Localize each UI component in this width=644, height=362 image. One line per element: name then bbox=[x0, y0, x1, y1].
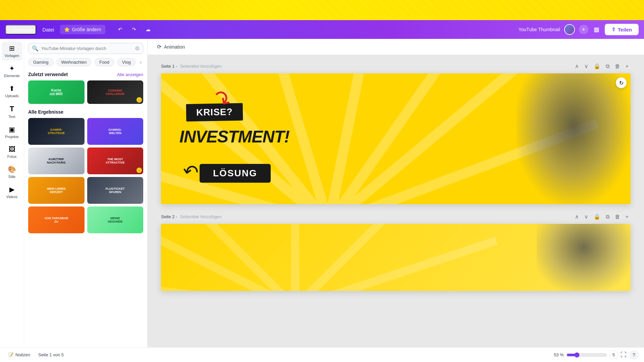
vorlagen-label: Vorlagen bbox=[5, 54, 19, 58]
page-1-title[interactable]: Seitentitel hinzufügen bbox=[180, 64, 221, 69]
filter-tags: Gaming Weihnachten Food Vlog › bbox=[28, 58, 143, 66]
back-icon: ‹ bbox=[9, 27, 10, 33]
sidebar-item-text[interactable]: T Text bbox=[2, 102, 22, 121]
bottom-bar: 📝 Notizen Seite 1 von 5 53 % 5 ⛶ ? bbox=[0, 347, 644, 362]
animation-button[interactable]: ⟳ Animation bbox=[153, 42, 189, 52]
main-layout: ⊞ Vorlagen ✦ Elemente ⬆ Uploads T Text ▣… bbox=[0, 39, 644, 362]
svg-line-9 bbox=[161, 224, 295, 291]
sidebar-item-videos[interactable]: ▶ Videos bbox=[2, 183, 22, 201]
filter-more-button[interactable]: › bbox=[139, 58, 143, 66]
vorlagen-icon: ⊞ bbox=[9, 44, 15, 52]
file-button[interactable]: Datei bbox=[39, 25, 57, 35]
share-button[interactable]: ⇧ Teilen bbox=[605, 24, 639, 35]
undo-button[interactable]: ↶ bbox=[115, 24, 126, 35]
page-2-header: Seite 2 - Seitentitel hinzufügen ∧ ∨ 🔒 ⧉… bbox=[161, 212, 631, 221]
filter-tag-vlog[interactable]: Vlog bbox=[117, 58, 136, 66]
recent-templates: Kochemit MIR! COOKINGCHALLENGE 👑 › bbox=[28, 80, 143, 104]
hide-panel-button[interactable]: ‹ bbox=[145, 194, 147, 207]
canvas-scroll: Seite 1 - Seitentitel hinzufügen ∧ ∨ 🔒 ⧉… bbox=[148, 55, 644, 298]
canvas-frame-2[interactable] bbox=[161, 224, 631, 291]
sidebar: ⊞ Vorlagen ✦ Elemente ⬆ Uploads T Text ▣… bbox=[0, 39, 148, 362]
help-button[interactable]: ? bbox=[629, 350, 639, 360]
fullscreen-button[interactable]: ⛶ bbox=[621, 351, 627, 358]
toolbar-left: ‹ Startseite Datei ⭐ Größe ändern bbox=[5, 25, 105, 35]
sidebar-icon-strip: ⊞ Vorlagen ✦ Elemente ⬆ Uploads T Text ▣… bbox=[0, 39, 24, 362]
page-2-controls: ∧ ∨ 🔒 ⧉ 🗑 + bbox=[573, 212, 631, 221]
page-1-up[interactable]: ∧ bbox=[573, 62, 581, 71]
page-2-up[interactable]: ∧ bbox=[573, 212, 581, 221]
notes-label: Notizen bbox=[15, 352, 30, 357]
redo-button[interactable]: ↷ bbox=[128, 24, 140, 35]
stats-button[interactable]: ▩ bbox=[592, 24, 601, 35]
page-2-down[interactable]: ∨ bbox=[582, 212, 590, 221]
grid-thumb-gesunde[interactable]: MEINEGESUNDE bbox=[87, 206, 144, 233]
size-change-button[interactable]: ⭐ Größe ändern bbox=[60, 25, 105, 34]
sidebar-item-uploads[interactable]: ⬆ Uploads bbox=[2, 82, 22, 101]
share-label: Teilen bbox=[618, 27, 632, 33]
sidebar-item-stile[interactable]: 🎨 Stile bbox=[2, 163, 22, 181]
page-1-lock[interactable]: 🔒 bbox=[592, 62, 602, 71]
sidebar-item-projekte[interactable]: ▣ Projekte bbox=[2, 123, 22, 141]
canvas-area: ⟳ Animation Seite 1 - Seitentitel hinzuf… bbox=[148, 39, 644, 362]
page-2-copy[interactable]: ⧉ bbox=[604, 212, 611, 221]
share-icon: ⇧ bbox=[611, 26, 616, 33]
text-icon: T bbox=[10, 105, 14, 113]
page-1-add[interactable]: + bbox=[624, 62, 631, 71]
page-2-row: Seite 2 - Seitentitel hinzufügen ∧ ∨ 🔒 ⧉… bbox=[161, 212, 631, 291]
grid-thumb-paris[interactable]: KURZTRIPNACH PARIS bbox=[28, 147, 85, 174]
filter-tag-food[interactable]: Food bbox=[94, 58, 114, 66]
sidebar-item-elemente[interactable]: ✦ Elemente bbox=[2, 62, 22, 80]
grid-thumb-attractive[interactable]: THE MOSTATTRACTIVE 👑 bbox=[87, 147, 144, 174]
back-home-button[interactable]: ‹ Startseite bbox=[5, 25, 36, 35]
notes-button[interactable]: 📝 Notizen bbox=[5, 351, 33, 359]
page-2-label: Seite 2 - bbox=[161, 214, 177, 219]
recent-template-koche[interactable]: Kochemit MIR! bbox=[28, 80, 85, 104]
view-grid-button[interactable]: 5 bbox=[609, 351, 618, 359]
sidebar-item-fotos[interactable]: 🖼 Fotos bbox=[2, 143, 22, 161]
fotos-label: Fotos bbox=[7, 155, 17, 159]
animation-icon: ⟳ bbox=[157, 44, 161, 50]
file-label: Datei bbox=[42, 27, 54, 33]
canvas-frame-1[interactable]: ↷ KRISE? INVESTMENT! LÖSUNG bbox=[161, 73, 631, 204]
crown-badge: 👑 bbox=[137, 97, 142, 103]
grid-thumb-gamer2[interactable]: GAMING-WELTEN bbox=[87, 118, 144, 145]
grid-thumb-flight[interactable]: FLUGTICKETSPAREN bbox=[87, 177, 144, 204]
refresh-button[interactable]: ↻ bbox=[616, 77, 627, 88]
all-templates-link[interactable]: Alle anzeigen bbox=[117, 72, 143, 77]
man-figure bbox=[517, 73, 631, 204]
page-2-add[interactable]: + bbox=[624, 212, 631, 221]
toolbar-history: ↶ ↷ ☁ bbox=[115, 24, 154, 35]
page-1-label: Seite 1 - bbox=[161, 64, 177, 69]
search-input[interactable] bbox=[41, 46, 132, 51]
filter-icon[interactable]: ⚙ bbox=[135, 45, 140, 52]
recently-used-title: Zuletzt verwendet bbox=[28, 72, 68, 77]
stile-label: Stile bbox=[8, 175, 15, 179]
recently-used-header: Zuletzt verwendet Alle anzeigen bbox=[28, 72, 143, 77]
filter-tag-weihnachten[interactable]: Weihnachten bbox=[56, 58, 92, 66]
page-2-lock[interactable]: 🔒 bbox=[592, 212, 602, 221]
zoom-bar: 53 % 5 ⛶ ? bbox=[554, 350, 639, 360]
notes-icon: 📝 bbox=[8, 352, 13, 357]
text-label: Text bbox=[8, 115, 15, 119]
projekte-icon: ▣ bbox=[9, 125, 15, 133]
zoom-slider[interactable] bbox=[567, 352, 607, 358]
page-1-down[interactable]: ∨ bbox=[582, 62, 590, 71]
page-1-delete[interactable]: 🗑 bbox=[613, 62, 622, 71]
grid-thumb-tapas[interactable]: VON TAPASBARZU bbox=[28, 206, 85, 233]
sidebar-item-vorlagen[interactable]: ⊞ Vorlagen bbox=[2, 42, 22, 60]
grid-thumb-gamer1[interactable]: GAMER-STRATEGIE bbox=[28, 118, 85, 145]
all-results-title: Alle Ergebnisse bbox=[28, 109, 143, 115]
animation-label: Animation bbox=[164, 44, 185, 50]
recent-template-cooking[interactable]: COOKINGCHALLENGE 👑 bbox=[87, 80, 144, 104]
page-1-copy[interactable]: ⧉ bbox=[604, 62, 611, 71]
add-collaborator-button[interactable]: + bbox=[579, 25, 588, 34]
size-label: Größe ändern bbox=[72, 27, 101, 32]
page-2-delete[interactable]: 🗑 bbox=[613, 212, 622, 221]
filter-tag-gaming[interactable]: Gaming bbox=[28, 58, 54, 66]
sync-button[interactable]: ☁ bbox=[142, 24, 154, 35]
zoom-value: 53 % bbox=[554, 352, 564, 357]
page-2-title[interactable]: Seitentitel hinzufügen bbox=[180, 214, 221, 219]
uploads-label: Uploads bbox=[5, 94, 18, 98]
grid-thumb-leben[interactable]: MEIN LEBENDERZEIT bbox=[28, 177, 85, 204]
losung-text: LÖSUNG bbox=[200, 164, 271, 183]
